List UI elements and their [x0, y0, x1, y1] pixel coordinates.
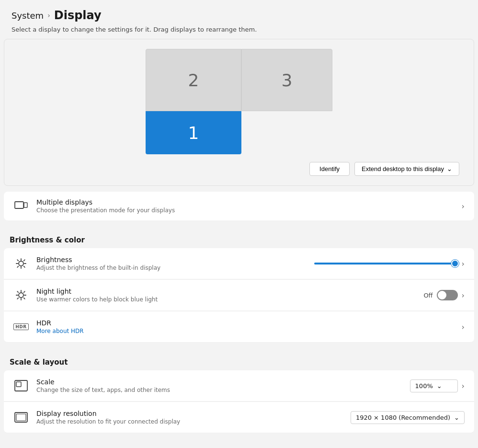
brightness-title: Brightness: [36, 256, 307, 264]
hdr-desc: More about HDR: [36, 328, 454, 334]
display-arrangement-panel: 2 3 1 Identify Extend desktop to this di…: [4, 39, 474, 186]
resolution-dropdown[interactable]: 1920 × 1080 (Recommended) ⌄: [351, 411, 465, 424]
scale-layout-section-header: Scale & layout: [0, 348, 478, 370]
scale-desc: Change the size of text, apps, and other…: [36, 387, 402, 393]
night-light-text: Night light Use warmer colors to help bl…: [36, 287, 416, 303]
brightness-slider-container: [314, 263, 458, 264]
multiple-displays-text: Multiple displays Choose the presentatio…: [36, 198, 454, 214]
display-resolution-desc: Adjust the resolution to fit your connec…: [36, 418, 343, 425]
hdr-icon: HDR: [13, 319, 29, 334]
svg-rect-1: [24, 203, 27, 207]
chevron-right-icon: ›: [462, 259, 465, 268]
multiple-displays-control: ›: [462, 202, 465, 211]
extend-desktop-button[interactable]: Extend desktop to this display ⌄: [354, 162, 459, 176]
hdr-title: HDR: [36, 319, 454, 327]
svg-line-10: [17, 266, 18, 267]
night-light-row[interactable]: Night light Use warmer colors to help bl…: [4, 279, 474, 311]
chevron-right-icon: ›: [462, 381, 465, 391]
night-light-icon: [13, 287, 29, 303]
hdr-control: ›: [462, 322, 465, 332]
multiple-displays-icon: [13, 198, 29, 214]
chevron-right-icon: ›: [462, 202, 465, 211]
hdr-badge: HDR: [13, 323, 28, 330]
svg-rect-23: [16, 414, 26, 421]
brightness-icon: [13, 256, 29, 271]
display-controls: Identify Extend desktop to this display …: [14, 162, 464, 176]
night-light-toggle[interactable]: [437, 290, 458, 300]
brightness-text: Brightness Adjust the brightness of the …: [36, 256, 307, 271]
breadcrumb-chevron-icon: ›: [47, 11, 50, 19]
night-light-state: Off: [423, 292, 432, 299]
monitor-area: 2 3 1: [14, 49, 464, 154]
svg-rect-21: [16, 382, 21, 387]
brightness-slider-thumb[interactable]: [451, 260, 459, 267]
svg-line-8: [24, 266, 25, 267]
chevron-right-icon: ›: [462, 322, 465, 332]
svg-line-7: [17, 260, 18, 261]
svg-line-19: [17, 298, 18, 299]
identify-button[interactable]: Identify: [309, 162, 350, 176]
hdr-row[interactable]: HDR HDR More about HDR ›: [4, 311, 474, 343]
brightness-color-section-header: Brightness & color: [0, 226, 478, 248]
multiple-displays-row[interactable]: Multiple displays Choose the presentatio…: [4, 192, 474, 220]
brightness-control: ›: [314, 259, 465, 268]
display-resolution-control: 1920 × 1080 (Recommended) ⌄: [351, 411, 465, 424]
scale-text: Scale Change the size of text, apps, and…: [36, 378, 402, 393]
svg-line-18: [24, 291, 25, 292]
display-resolution-row[interactable]: Display resolution Adjust the resolution…: [4, 402, 474, 433]
page-subtitle: Select a display to change the settings …: [0, 25, 478, 39]
night-light-control: Off ›: [423, 290, 465, 300]
display-resolution-text: Display resolution Adjust the resolution…: [36, 410, 343, 425]
chevron-down-icon: ⌄: [454, 414, 459, 421]
svg-point-11: [19, 293, 23, 298]
multiple-displays-desc: Choose the presentation mode for your di…: [36, 207, 454, 214]
brightness-row[interactable]: Brightness Adjust the brightness of the …: [4, 248, 474, 279]
hdr-link[interactable]: More about HDR: [36, 328, 84, 334]
toggle-knob: [438, 291, 446, 299]
scale-row[interactable]: Scale Change the size of text, apps, and…: [4, 370, 474, 402]
chevron-right-icon: ›: [462, 291, 465, 300]
display-resolution-icon: [13, 410, 29, 425]
breadcrumb-system[interactable]: System: [11, 11, 44, 21]
scale-dropdown[interactable]: 100% ⌄: [410, 379, 458, 392]
hdr-text: HDR More about HDR: [36, 319, 454, 334]
svg-line-17: [24, 298, 25, 299]
display-resolution-title: Display resolution: [36, 410, 343, 417]
svg-line-9: [24, 260, 25, 261]
chevron-down-icon: ⌄: [437, 382, 442, 390]
scale-control: 100% ⌄ ›: [410, 379, 465, 392]
svg-line-16: [17, 291, 18, 292]
brightness-desc: Adjust the brightness of the built-in di…: [36, 264, 307, 271]
monitor-1[interactable]: 1: [146, 111, 241, 154]
night-light-desc: Use warmer colors to help block blue lig…: [36, 296, 416, 303]
brightness-slider-track[interactable]: [314, 263, 458, 264]
multiple-displays-title: Multiple displays: [36, 198, 454, 206]
breadcrumb: System › Display: [0, 0, 478, 25]
monitor-2[interactable]: 2: [146, 49, 241, 111]
chevron-down-icon: ⌄: [447, 165, 452, 172]
scale-title: Scale: [36, 378, 402, 386]
scale-icon: [13, 378, 29, 393]
page-title: Display: [54, 9, 102, 22]
svg-rect-0: [15, 202, 23, 208]
svg-point-2: [19, 261, 23, 266]
monitor-3[interactable]: 3: [241, 49, 332, 111]
night-light-title: Night light: [36, 287, 416, 295]
